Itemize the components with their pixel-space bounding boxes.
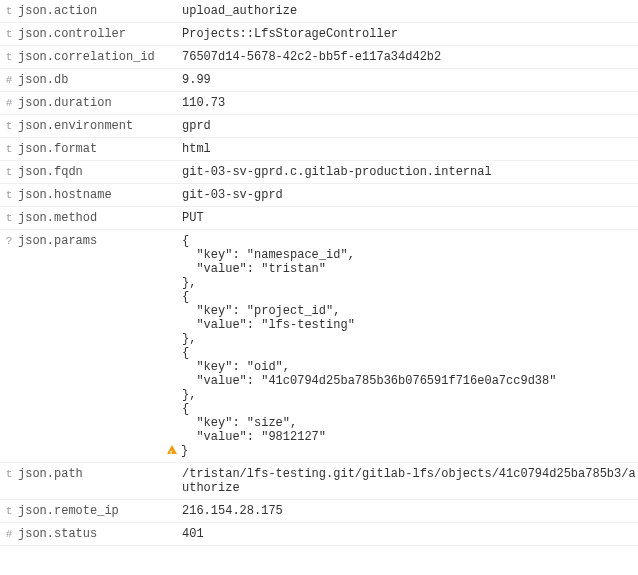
field-key: json.environment [18, 115, 178, 137]
table-row[interactable]: tjson.environmentgprd [0, 115, 638, 138]
field-key: json.action [18, 0, 178, 22]
field-type: t [0, 184, 18, 206]
log-field-table: tjson.actionupload_authorizetjson.contro… [0, 0, 638, 546]
field-key: json.params [18, 230, 178, 252]
table-row[interactable]: tjson.remote_ip216.154.28.175 [0, 500, 638, 523]
field-key: json.duration [18, 92, 178, 114]
field-key: json.status [18, 523, 178, 545]
field-type: # [0, 69, 18, 91]
field-key: json.db [18, 69, 178, 91]
field-type: t [0, 138, 18, 160]
params-line: { [182, 346, 638, 360]
params-line: "key": "project_id", [182, 304, 638, 318]
field-key: json.format [18, 138, 178, 160]
params-line: }, [182, 276, 638, 290]
field-key: json.controller [18, 23, 178, 45]
field-type: # [0, 92, 18, 114]
table-row[interactable]: tjson.correlation_id76507d14-5678-42c2-b… [0, 46, 638, 69]
table-row[interactable]: tjson.path/tristan/lfs-testing.git/gitla… [0, 463, 638, 500]
params-line: { [182, 234, 638, 248]
field-value: upload_authorize [178, 0, 638, 22]
params-last-text: } [181, 444, 188, 458]
field-type: t [0, 23, 18, 45]
field-key: json.path [18, 463, 178, 485]
table-row[interactable]: tjson.methodPUT [0, 207, 638, 230]
field-type: t [0, 463, 18, 485]
field-type: ? [0, 230, 18, 252]
field-value: PUT [178, 207, 638, 229]
params-line: "key": "namespace_id", [182, 248, 638, 262]
field-value: git-03-sv-gprd [178, 184, 638, 206]
field-value: gprd [178, 115, 638, 137]
params-line: }, [182, 332, 638, 346]
table-row[interactable]: #json.duration110.73 [0, 92, 638, 115]
params-line: "value": "tristan" [182, 262, 638, 276]
field-key: json.remote_ip [18, 500, 178, 522]
field-key: json.hostname [18, 184, 178, 206]
field-type: t [0, 115, 18, 137]
field-value: Projects::LfsStorageController [178, 23, 638, 45]
field-type: t [0, 207, 18, 229]
table-row[interactable]: #json.db9.99 [0, 69, 638, 92]
field-value: 401 [178, 523, 638, 545]
field-type: # [0, 523, 18, 545]
field-key: json.fqdn [18, 161, 178, 183]
field-key: json.correlation_id [18, 46, 178, 68]
warning-icon [167, 445, 177, 454]
table-row[interactable]: tjson.hostnamegit-03-sv-gprd [0, 184, 638, 207]
field-key: json.method [18, 207, 178, 229]
table-row[interactable]: ?json.params{ "key": "namespace_id", "va… [0, 230, 638, 463]
params-line: "value": "lfs-testing" [182, 318, 638, 332]
field-type: t [0, 500, 18, 522]
params-line-last: } [167, 444, 638, 458]
field-type: t [0, 161, 18, 183]
field-type: t [0, 0, 18, 22]
params-line: "value": "41c0794d25ba785b36b076591f716e… [182, 374, 638, 388]
table-row[interactable]: tjson.fqdngit-03-sv-gprd.c.gitlab-produc… [0, 161, 638, 184]
params-line: "key": "oid", [182, 360, 638, 374]
field-value: html [178, 138, 638, 160]
field-value: /tristan/lfs-testing.git/gitlab-lfs/obje… [178, 463, 638, 499]
field-value: 216.154.28.175 [178, 500, 638, 522]
table-row[interactable]: tjson.formathtml [0, 138, 638, 161]
field-value: 110.73 [178, 92, 638, 114]
table-row[interactable]: tjson.actionupload_authorize [0, 0, 638, 23]
params-line: "value": "9812127" [182, 430, 638, 444]
field-type: t [0, 46, 18, 68]
params-line: { [182, 290, 638, 304]
params-line: { [182, 402, 638, 416]
table-row[interactable]: tjson.controllerProjects::LfsStorageCont… [0, 23, 638, 46]
field-value: 9.99 [178, 69, 638, 91]
params-line: }, [182, 388, 638, 402]
table-row[interactable]: #json.status401 [0, 523, 638, 546]
field-value: 76507d14-5678-42c2-bb5f-e117a34d42b2 [178, 46, 638, 68]
field-value: git-03-sv-gprd.c.gitlab-production.inter… [178, 161, 638, 183]
params-line: "key": "size", [182, 416, 638, 430]
field-value: { "key": "namespace_id", "value": "trist… [178, 230, 638, 462]
